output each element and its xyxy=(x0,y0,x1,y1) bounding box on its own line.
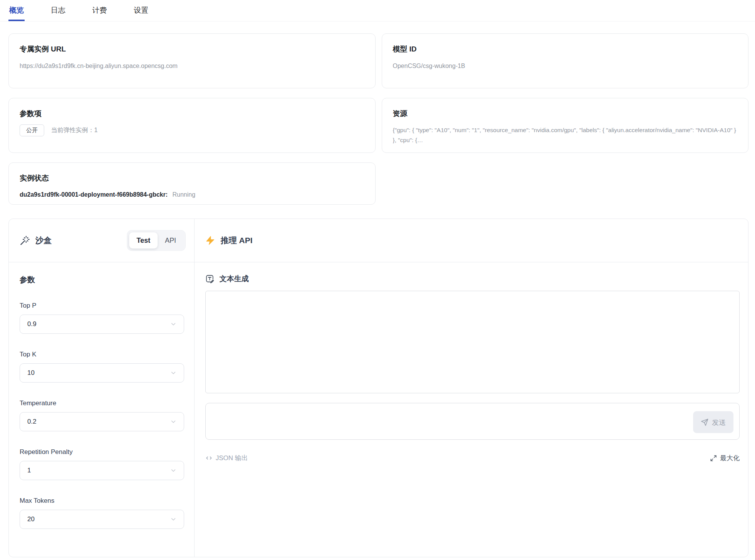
tab-settings[interactable]: 设置 xyxy=(133,1,149,21)
field-repetition-penalty: Repetition Penalty 1 xyxy=(20,448,184,480)
chevron-down-icon xyxy=(170,516,177,523)
magic-wand-icon xyxy=(20,235,30,246)
card-params-item-title: 参数项 xyxy=(20,109,364,118)
top-k-select[interactable]: 10 xyxy=(20,363,184,383)
card-instance-status: 实例状态 du2a9s1rd9fk-00001-deployment-f669b… xyxy=(8,162,376,205)
toggle-test[interactable]: Test xyxy=(129,232,158,249)
card-instance-status-title: 实例状态 xyxy=(20,174,364,183)
generation-output-area[interactable] xyxy=(205,291,740,393)
field-max-tokens-label: Max Tokens xyxy=(20,497,184,505)
top-p-select[interactable]: 0.9 xyxy=(20,315,184,334)
text-generation-icon xyxy=(205,274,215,283)
parameters-column: 参数 Top P 0.9 Top K 10 Temperature 0.2 xyxy=(9,262,195,557)
card-instance-url: 专属实例 URL https://du2a9s1rd9fk.cn-beijing… xyxy=(8,33,376,88)
field-temperature-label: Temperature xyxy=(20,399,184,407)
elastic-instance-note: 当前弹性实例：1 xyxy=(51,126,98,134)
pod-name: du2a9s1rd9fk-00001-deployment-f669b8984-… xyxy=(20,191,168,198)
tab-overview[interactable]: 概览 xyxy=(8,1,25,21)
sandbox-title: 沙盒 xyxy=(35,235,52,246)
sandbox-header: 沙盒 Test API xyxy=(9,219,195,262)
maximize-label: 最大化 xyxy=(720,454,740,462)
max-tokens-value: 20 xyxy=(27,515,35,523)
chevron-down-icon xyxy=(170,321,177,328)
card-resources: 资源 {"gpu": { "type": "A10", "num": "1", … xyxy=(382,98,749,153)
card-model-id: 模型 ID OpenCSG/csg-wukong-1B xyxy=(382,33,749,88)
inference-column: 文本生成 发送 JSON 输出 xyxy=(195,262,748,557)
sandbox-title-row: 沙盒 xyxy=(20,235,52,246)
expand-icon xyxy=(710,455,717,462)
temperature-value: 0.2 xyxy=(27,418,37,426)
mode-toggle: Test API xyxy=(127,230,186,251)
toggle-api[interactable]: API xyxy=(158,232,183,249)
field-repetition-penalty-label: Repetition Penalty xyxy=(20,448,184,456)
prompt-input[interactable] xyxy=(205,403,740,440)
tab-logs[interactable]: 日志 xyxy=(50,1,66,21)
card-instance-url-title: 专属实例 URL xyxy=(20,45,364,54)
parameters-title: 参数 xyxy=(20,275,184,285)
params-item-row: 公开 当前弹性实例：1 xyxy=(20,124,364,136)
playground-panel: 沙盒 Test API 推理 API 参数 Top P 0.9 xyxy=(8,219,748,557)
top-k-value: 10 xyxy=(27,369,35,377)
json-output-label: JSON 输出 xyxy=(216,454,248,462)
model-id-value: OpenCSG/csg-wukong-1B xyxy=(393,62,738,70)
field-top-k-label: Top K xyxy=(20,351,184,358)
max-tokens-select[interactable]: 20 xyxy=(20,510,184,529)
field-max-tokens: Max Tokens 20 xyxy=(20,497,184,529)
field-top-p: Top P 0.9 xyxy=(20,302,184,334)
temperature-select[interactable]: 0.2 xyxy=(20,412,184,431)
inference-title: 推理 API xyxy=(221,235,253,246)
field-temperature: Temperature 0.2 xyxy=(20,399,184,431)
tab-billing[interactable]: 计费 xyxy=(91,1,108,21)
send-button[interactable]: 发送 xyxy=(693,411,733,433)
chevron-down-icon xyxy=(170,369,177,376)
tabbar: 概览 日志 计费 设置 xyxy=(0,0,755,22)
resources-json: {"gpu": { "type": "A10", "num": "1", "re… xyxy=(393,125,738,145)
text-generation-header: 文本生成 xyxy=(205,274,740,284)
visibility-badge: 公开 xyxy=(20,124,44,136)
field-top-p-label: Top P xyxy=(20,302,184,310)
status-badge: Running xyxy=(173,191,196,198)
top-p-value: 0.9 xyxy=(27,320,37,328)
send-label: 发送 xyxy=(712,418,726,427)
field-top-k: Top K 10 xyxy=(20,351,184,383)
card-model-id-title: 模型 ID xyxy=(393,45,738,54)
instance-status-row: du2a9s1rd9fk-00001-deployment-f669b8984-… xyxy=(20,191,364,199)
card-resources-title: 资源 xyxy=(393,109,738,118)
send-icon xyxy=(701,418,708,426)
text-generation-title: 文本生成 xyxy=(220,274,249,284)
chevron-down-icon xyxy=(170,418,177,425)
lightning-icon xyxy=(205,235,215,245)
info-cards: 专属实例 URL https://du2a9s1rd9fk.cn-beijing… xyxy=(8,33,748,205)
inference-footer: JSON 输出 最大化 xyxy=(205,454,740,462)
message-row: 发送 xyxy=(205,403,740,441)
json-output-link[interactable]: JSON 输出 xyxy=(205,454,248,462)
inference-header: 推理 API xyxy=(195,219,748,262)
code-icon xyxy=(205,454,213,462)
repetition-penalty-value: 1 xyxy=(27,467,31,474)
card-params-item: 参数项 公开 当前弹性实例：1 xyxy=(8,98,376,153)
instance-url-value: https://du2a9s1rd9fk.cn-beijing.aliyun.s… xyxy=(20,62,364,70)
repetition-penalty-select[interactable]: 1 xyxy=(20,461,184,480)
chevron-down-icon xyxy=(170,467,177,474)
maximize-link[interactable]: 最大化 xyxy=(710,454,740,462)
